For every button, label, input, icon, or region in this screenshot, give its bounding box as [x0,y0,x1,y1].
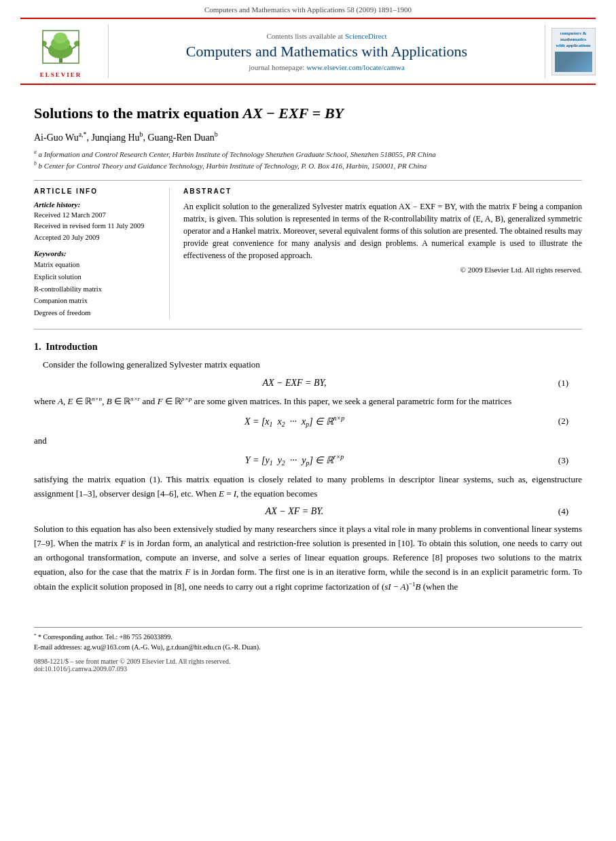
header-center: Contents lists available at ScienceDirec… [109,24,545,78]
svg-point-3 [54,33,67,43]
history-label: Article history: [34,200,159,209]
and-text: and [34,434,582,448]
eq2-content: X = [x1 x2 ··· xp] ∈ ℝn×p [48,414,541,428]
equation-1: AX − EXF = BY, (1) [34,378,582,389]
footnote-email: E-mail addresses: ag.wu@163.com (A.-G. W… [34,642,582,652]
top-citation: Computers and Mathematics with Applicati… [0,0,616,18]
main-content: Solutions to the matrix equation AX − EX… [0,85,616,613]
eq4-content: AX − XF = BY. [48,506,541,517]
footnote-star: * * Corresponding author. Tel.: +86 755 … [34,632,582,642]
sciencedirect-prefix: Contents lists available at [266,32,343,40]
homepage-label: journal homepage: [249,63,304,71]
equation-4: AX − XF = BY. (4) [34,506,582,517]
elsevier-logo-area: ELSEVIER [20,24,109,78]
header-thumb: computers &mathematicswith applications [545,24,596,78]
sciencedirect-line: Contents lists available at ScienceDirec… [266,32,386,40]
keywords-section: Keywords: Matrix equation Explicit solut… [34,249,159,319]
abstract-heading: ABSTRACT [183,187,582,195]
homepage-line: journal homepage: www.elsevier.com/locat… [249,63,405,71]
eq3-number: (3) [541,455,568,466]
homepage-link[interactable]: www.elsevier.com/locate/camwa [306,63,405,71]
citation-text: Computers and Mathematics with Applicati… [204,5,412,14]
thumb-title: computers &mathematicswith applications [556,31,590,49]
eq3-content: Y = [y1 y2 ··· yp] ∈ ℝr×p [48,453,541,467]
elsevier-logo [27,24,95,69]
sciencedirect-link[interactable]: ScienceDirect [345,32,387,40]
eq1-content: AX − EXF = BY, [48,378,541,389]
eq2-number: (2) [541,416,568,427]
article-info-heading: ARTICLE INFO [34,187,159,195]
copyright-line: © 2009 Elsevier Ltd. All rights reserved… [183,266,582,274]
eq1-number: (1) [541,378,568,389]
text3: satisfying the matrix equation (1). This… [34,473,582,501]
article-info-abstract: ARTICLE INFO Article history: Received 1… [34,187,582,320]
journal-thumb: computers &mathematicswith applications [551,28,596,75]
article-dates: Received 12 March 2007 Received in revis… [34,210,159,244]
elsevier-label: ELSEVIER [40,71,82,78]
text2: where A, E ∈ ℝn×n, B ∈ ℝn×r and F ∈ ℝp×p… [34,394,582,409]
page: Computers and Mathematics with Applicati… [0,0,616,841]
eq4-number: (4) [541,506,568,517]
abstract-divider [34,329,582,329]
journal-header: ELSEVIER Contents lists available at Sci… [20,18,596,85]
keywords-label: Keywords: [34,249,159,257]
article-title: Solutions to the matrix equation AX − EX… [34,104,582,124]
footer-copyright: 0898-1221/$ – see front matter © 2009 El… [34,658,582,673]
intro-text: Consider the following generalized Sylve… [34,358,582,372]
equation-3: Y = [y1 y2 ··· yp] ∈ ℝr×p (3) [34,453,582,467]
header-divider [34,180,582,181]
abstract-text: An explicit solution to the generalized … [183,200,582,262]
text4: Solution to this equation has also been … [34,522,582,594]
journal-title: Computers and Mathematics with Applicati… [186,43,467,60]
affiliations: a a Information and Control Research Cen… [34,148,582,171]
affiliation-a: a a Information and Control Research Cen… [34,148,582,160]
footer-area: * * Corresponding author. Tel.: +86 755 … [34,627,582,673]
abstract-column: ABSTRACT An explicit solution to the gen… [183,187,582,320]
article-info-column: ARTICLE INFO Article history: Received 1… [34,187,170,320]
equation-2: X = [x1 x2 ··· xp] ∈ ℝn×p (2) [34,414,582,428]
elsevier-tree-icon [42,30,79,64]
authors-line: Ai-Guo Wua,*, Junqiang Hub, Guang-Ren Du… [34,130,582,143]
section1-title: 1. Introduction [34,342,582,353]
keywords-list: Matrix equation Explicit solution R-cont… [34,259,159,319]
affiliation-b: b b Center for Control Theory and Guidan… [34,160,582,171]
